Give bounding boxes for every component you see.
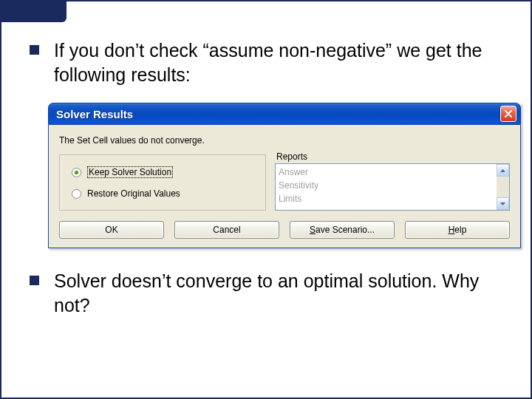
dialog-button-row: OK Cancel Save Scenario... Help (59, 221, 510, 239)
report-item-sensitivity: Sensitivity (279, 179, 494, 192)
scrollbar[interactable] (497, 164, 509, 210)
report-item-limits: Limits (279, 192, 494, 205)
reports-listbox[interactable]: Answer Sensitivity Limits (275, 163, 510, 211)
reports-items: Answer Sensitivity Limits (276, 164, 497, 210)
close-button[interactable] (500, 106, 516, 122)
radio-button-icon (72, 168, 81, 177)
dialog-message: The Set Cell values do not converge. (59, 135, 510, 146)
radio-group: Keep Solver Solution Restore Original Va… (59, 154, 266, 211)
slide-tab-corner (0, 0, 66, 22)
cancel-label: Cancel (213, 225, 240, 235)
bullet-item-1: If you don’t check “assume non-negative”… (30, 38, 502, 86)
solver-results-dialog: Solver Results The Set Cell values do no… (48, 103, 521, 248)
slide-content: If you don’t check “assume non-negative”… (1, 1, 531, 348)
radio-restore-values[interactable]: Restore Original Values (72, 188, 253, 199)
chevron-down-icon (500, 202, 505, 205)
bullet-text-1: If you don’t check “assume non-negative”… (54, 38, 502, 86)
save-scenario-button[interactable]: Save Scenario... (290, 221, 395, 239)
dialog-titlebar[interactable]: Solver Results (48, 103, 521, 125)
help-button[interactable]: Help (405, 221, 510, 239)
scroll-down-button[interactable] (497, 197, 509, 210)
save-scenario-label: Save Scenario... (310, 225, 375, 235)
ok-button[interactable]: OK (59, 221, 164, 239)
report-item-answer: Answer (279, 166, 494, 179)
close-icon (505, 110, 512, 117)
cancel-button[interactable]: Cancel (174, 221, 279, 239)
reports-section: Reports Answer Sensitivity Limits (275, 151, 510, 211)
help-label: Help (449, 225, 467, 235)
reports-label: Reports (276, 151, 510, 162)
radio-button-icon (72, 189, 81, 199)
radio-keep-label: Keep Solver Solution (87, 166, 173, 178)
dialog-title: Solver Results (56, 108, 500, 120)
bullet-square-icon (30, 276, 39, 285)
radio-restore-label: Restore Original Values (87, 188, 180, 199)
bullet-text-2: Solver doesn’t converge to an optimal so… (54, 269, 502, 317)
chevron-up-icon (500, 169, 505, 172)
dialog-body: The Set Cell values do not converge. Kee… (48, 125, 521, 248)
ok-label: OK (105, 225, 117, 235)
radio-keep-solution[interactable]: Keep Solver Solution (72, 166, 253, 178)
scroll-up-button[interactable] (497, 164, 509, 177)
radio-selected-dot-icon (75, 171, 78, 174)
bullet-square-icon (30, 45, 39, 55)
bullet-item-2: Solver doesn’t converge to an optimal so… (30, 269, 502, 317)
